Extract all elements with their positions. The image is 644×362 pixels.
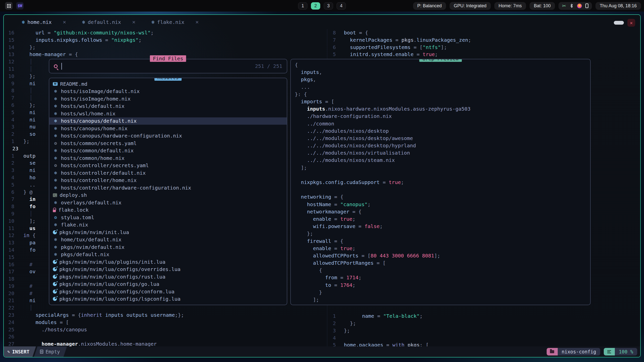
file-result[interactable]: pkgs/nvim/nvim/init.lua <box>49 229 287 236</box>
clock-module[interactable]: Thu Aug 08, 18:16 <box>595 2 641 10</box>
gear-file-icon: ⚙ <box>53 163 58 168</box>
find-files-prompt[interactable]: Find Files 251 / 251 <box>49 59 287 73</box>
nix-file-icon: ❄ <box>53 126 58 131</box>
file-result[interactable]: pkgs/nvim/nvim/lua/configs/go.lua <box>49 281 287 288</box>
power-profile-module[interactable]: P: Balanced <box>413 2 446 10</box>
app-launcher-button[interactable] <box>5 2 13 10</box>
workspace-button-3[interactable]: 3 <box>324 2 333 10</box>
file-result[interactable]: pkgs/nvim/nvim/lua/configs/rust.lua <box>49 273 287 281</box>
code-line: 5 initrd.systemd.enable = true; <box>327 51 640 58</box>
code-line: ... <box>295 83 590 91</box>
file-result[interactable]: MREADME.md <box>49 80 287 88</box>
progress-group: 100 % <box>604 348 637 355</box>
tab-default-nix[interactable]: ❄ default.nix × <box>82 19 136 25</box>
file-result[interactable]: ❄home/tux/default.nix <box>49 236 287 244</box>
file-result[interactable]: ❄hosts/controller/hardware-configuration… <box>49 184 287 192</box>
line-number: 15 <box>4 254 20 261</box>
gear-file-icon: ⚙ <box>53 141 58 146</box>
file-result[interactable]: pkgs/nvim/nvim/lua/configs/lspconfig.lua <box>49 295 287 303</box>
file-result[interactable]: ❄hosts/common/home.nix <box>49 154 287 162</box>
file-result[interactable]: flake.lock <box>49 206 287 214</box>
code-line: 27 home-manager.nixosModules.home-manage… <box>4 340 327 346</box>
line-number: 8 <box>327 29 340 36</box>
code-line: 23 specialArgs = {inherit inputs outputs… <box>4 311 327 319</box>
line-number: 5 <box>327 341 340 346</box>
tab-flake-nix[interactable]: ❄ flake.nix × <box>151 19 199 25</box>
sw-workspace-button[interactable]: $W <box>16 2 24 10</box>
file-result[interactable]: ›_deploy.sh <box>49 192 287 199</box>
workspace-button-2[interactable]: 2 <box>311 2 320 10</box>
file-result-label: pkgs/default.nix <box>61 251 109 257</box>
results-title: Results <box>154 78 182 81</box>
tab-home-nix[interactable]: ❄ home.nix × <box>22 19 66 25</box>
file-result[interactable]: ❄pkgs/nvim/default.nix <box>49 243 287 251</box>
preview-code: { inputs, pkgs, ...}: { imports = [ inpu… <box>295 61 590 303</box>
ping-module[interactable]: Home: 7ms <box>494 2 526 10</box>
tab-label: home.nix <box>27 19 52 25</box>
line-number: 6 <box>327 44 340 51</box>
file-result[interactable]: ⚙stylua.toml <box>49 214 287 221</box>
file-result[interactable]: ❄hosts/wsl/home.nix <box>49 110 287 117</box>
workspace-button-4[interactable]: 4 <box>337 2 346 10</box>
file-result-label: pkgs/nvim/nvim/lua/plugins/init.lua <box>59 259 165 265</box>
file-result-label: hosts/canopus/home.nix <box>61 125 128 131</box>
color-temp-icon[interactable] <box>577 4 582 8</box>
file-result[interactable]: ❄hosts/controller/default.nix <box>49 169 287 177</box>
gearblue-file-icon: ⚙ <box>53 215 58 220</box>
gpu-module[interactable]: GPU: Integrated <box>450 2 491 10</box>
file-result[interactable]: ❄hosts/isoImage/default.nix <box>49 88 287 95</box>
file-result-label: home/tux/default.nix <box>61 237 122 243</box>
file-result-label: pkgs/nvim/nvim/lua/configs/conform.lua <box>59 289 175 295</box>
line-number: 1 <box>4 138 20 145</box>
file-result[interactable]: ❄hosts/wsl/default.nix <box>49 103 287 110</box>
file-result[interactable]: ❄overlays/default.nix <box>49 199 287 206</box>
file-result[interactable]: ⚙hosts/controller/secrets.yaml <box>49 162 287 169</box>
file-result[interactable]: ❄pkgs/default.nix <box>49 251 287 258</box>
grep-preview: Grep Preview { inputs, pkgs, ...}: { imp… <box>290 59 591 305</box>
file-result[interactable]: ❄hosts/canopus/default.nix <box>49 117 287 125</box>
code-line: hostName = "canopus"; <box>295 201 590 208</box>
phone-icon[interactable] <box>585 4 588 8</box>
file-result-label: pkgs/nvim/nvim/lua/configs/rust.lua <box>59 274 165 280</box>
battery-module[interactable]: Bat: 100 <box>530 2 555 10</box>
file-result-label: pkgs/nvim/default.nix <box>61 244 125 250</box>
minimize-pill-button[interactable] <box>614 21 624 25</box>
status-line: ✎ INSERT Empty nixos-config 100 % <box>4 346 640 357</box>
find-files-results: Results MREADME.md❄hosts/isoImage/defaul… <box>49 78 287 305</box>
tab-close-icon[interactable]: × <box>195 19 199 25</box>
line-number: 1 <box>327 312 340 320</box>
file-result[interactable]: ⚙hosts/common/secrets.yaml <box>49 140 287 147</box>
code-line: ../common <box>295 120 590 127</box>
tab-close-icon[interactable]: × <box>63 19 66 25</box>
code-line <box>295 171 590 179</box>
find-files-title: Find Files <box>150 55 186 62</box>
close-window-button[interactable]: × <box>627 19 635 27</box>
screenshot-icon[interactable]: ✂ <box>562 4 566 8</box>
code-line: ../../modules/nixos/desktop/awesome <box>295 135 590 142</box>
file-result-label: hosts/common/default.nix <box>61 148 134 154</box>
file-result[interactable]: ❄hosts/common/default.nix <box>49 147 287 155</box>
file-result[interactable]: ❄hosts/canopus/hardware-configuration.ni… <box>49 132 287 140</box>
line-number: 4 <box>4 116 20 123</box>
code-line: ]; <box>295 296 590 303</box>
file-result[interactable]: pkgs/nvim/nvim/lua/plugins/init.lua <box>49 258 287 266</box>
file-result-label: pkgs/nvim/nvim/lua/configs/overrides.lua <box>59 266 181 272</box>
file-result[interactable]: ❄flake.nix <box>49 221 287 229</box>
folder-segment <box>547 348 558 355</box>
file-result[interactable]: pkgs/nvim/nvim/lua/configs/conform.lua <box>49 288 287 295</box>
bluetooth-icon[interactable] <box>570 4 574 8</box>
tab-close-icon[interactable]: × <box>132 19 135 25</box>
file-result[interactable]: ❄hosts/controller/home.nix <box>49 177 287 184</box>
file-result-label: hosts/isoImage/default.nix <box>61 88 140 94</box>
file-result[interactable]: ❄hosts/isoImage/home.nix <box>49 95 287 103</box>
code-line: wifi.powersave = false; <box>295 223 590 230</box>
file-result[interactable]: ❄hosts/canopus/home.nix <box>49 125 287 132</box>
file-result-label: hosts/controller/hardware-configuration.… <box>61 185 191 191</box>
code-line: 3}; <box>327 327 640 334</box>
line-number: 12 <box>4 58 20 65</box>
code-line: ../../modules/nixos/desktop/hyprland <box>295 142 590 149</box>
line-number: 3 <box>4 167 20 174</box>
file-result[interactable]: pkgs/nvim/nvim/lua/configs/overrides.lua <box>49 266 287 273</box>
workspace-button-1[interactable]: 1 <box>298 2 307 10</box>
tray-module[interactable]: ✂ <box>558 2 592 10</box>
